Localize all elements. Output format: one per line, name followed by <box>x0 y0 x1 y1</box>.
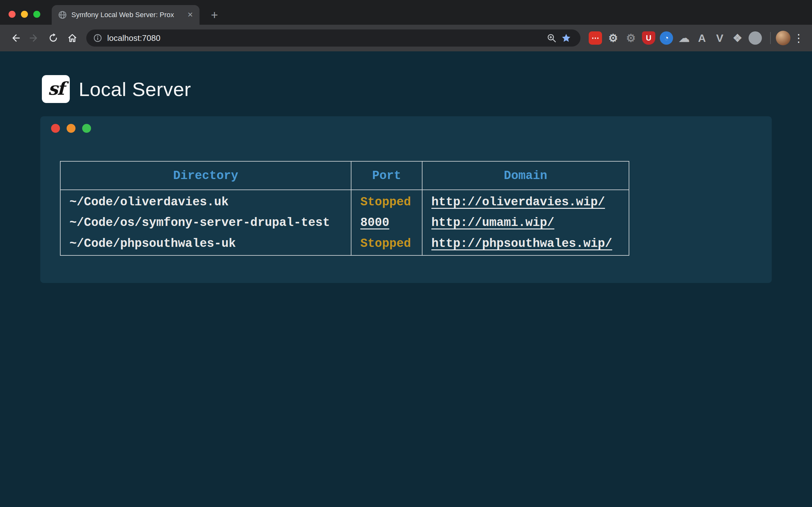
minimize-window-button[interactable] <box>21 11 28 18</box>
browser-toolbar: localhost:7080 ⋯⚙⚙U◔☁AV❖ ⋮ <box>0 25 812 51</box>
extensions-bar: ⋯⚙⚙U◔☁AV❖ <box>589 32 762 45</box>
browser-menu-button[interactable]: ⋮ <box>792 29 806 47</box>
back-button[interactable] <box>6 29 24 47</box>
traffic-lights <box>9 11 40 18</box>
domain-cell: http://oliverdavies.wip/ <box>422 190 629 212</box>
table-row: ~/Code/os/symfony-server-drupal-test8000… <box>60 212 629 233</box>
table-row: ~/Code/phpsouthwales-ukStoppedhttp://php… <box>60 233 629 256</box>
card-dot-0 <box>51 124 60 133</box>
port-status: Stopped <box>360 237 411 250</box>
tab-close-icon[interactable]: ✕ <box>188 11 193 18</box>
bookmark-star-icon <box>561 33 571 43</box>
address-bar[interactable]: localhost:7080 <box>86 30 580 47</box>
server-card: Directory Port Domain ~/Code/oliverdavie… <box>40 116 772 283</box>
red-dots-extension-icon[interactable]: ⋯ <box>589 32 602 45</box>
a-extension-icon[interactable]: A <box>695 32 709 45</box>
domain-link[interactable]: http://umami.wip/ <box>432 216 554 229</box>
port-cell: Stopped <box>351 233 422 256</box>
reload-icon <box>48 33 59 43</box>
url-text[interactable]: localhost:7080 <box>107 33 160 43</box>
zoom-button[interactable] <box>544 31 559 45</box>
profile-avatar[interactable] <box>776 31 791 45</box>
zoom-window-button[interactable] <box>33 11 40 18</box>
proxy-table: Directory Port Domain ~/Code/oliverdavie… <box>60 161 629 256</box>
misc-extension-icon[interactable]: ❖ <box>731 32 744 45</box>
tab-strip: Symfony Local Web Server: Prox ✕ + <box>0 0 812 25</box>
cloud-extension-icon[interactable]: ☁ <box>677 32 691 45</box>
domain-link[interactable]: http://phpsouthwales.wip/ <box>432 237 612 250</box>
table-row: ~/Code/oliverdavies.ukStoppedhttp://oliv… <box>60 190 629 212</box>
port-cell: Stopped <box>351 190 422 212</box>
brand-header: sf Local Server <box>42 75 191 103</box>
card-dot-2 <box>82 124 91 133</box>
new-tab-button[interactable]: + <box>207 7 222 22</box>
symfony-logo-text: sf <box>48 78 64 99</box>
port-header: Port <box>351 161 422 190</box>
card-dots <box>51 124 91 133</box>
ublock-extension-icon[interactable]: U <box>642 32 655 45</box>
domain-cell: http://phpsouthwales.wip/ <box>422 233 629 256</box>
directory-cell: ~/Code/phpsouthwales-uk <box>60 233 351 256</box>
directory-cell: ~/Code/oliverdavies.uk <box>60 190 351 212</box>
blue-circle-extension-icon[interactable]: ◔ <box>660 32 673 45</box>
port-cell: 8000 <box>351 212 422 233</box>
port-link[interactable]: 8000 <box>360 216 389 229</box>
active-tab[interactable]: Symfony Local Web Server: Prox ✕ <box>52 5 200 25</box>
table-header-row: Directory Port Domain <box>60 161 629 190</box>
github-extension-icon[interactable] <box>749 32 762 45</box>
gear-dark-extension-icon[interactable]: ⚙ <box>624 32 638 45</box>
globe-favicon-icon <box>58 10 67 19</box>
forward-arrow-icon <box>29 33 40 43</box>
reload-button[interactable] <box>44 29 62 47</box>
proxy-table-body: ~/Code/oliverdavies.ukStoppedhttp://oliv… <box>60 190 629 256</box>
domain-link[interactable]: http://oliverdavies.wip/ <box>432 195 605 209</box>
home-icon <box>67 33 78 43</box>
close-window-button[interactable] <box>9 11 15 18</box>
forward-button[interactable] <box>26 29 43 47</box>
tab-title: Symfony Local Web Server: Prox <box>71 11 184 19</box>
home-button[interactable] <box>63 29 81 47</box>
bookmark-button[interactable] <box>559 31 573 45</box>
directory-cell: ~/Code/os/symfony-server-drupal-test <box>60 212 351 233</box>
card-dot-1 <box>67 124 75 133</box>
proxy-table-wrap: Directory Port Domain ~/Code/oliverdavie… <box>60 161 629 256</box>
back-arrow-icon <box>10 33 20 43</box>
page-title: Local Server <box>79 78 191 101</box>
v-extension-icon[interactable]: V <box>713 32 726 45</box>
page-content: sf Local Server Directory Port Domain ~/… <box>0 51 812 507</box>
gear-light-extension-icon[interactable]: ⚙ <box>606 32 620 45</box>
port-status: Stopped <box>360 195 411 209</box>
directory-header: Directory <box>60 161 351 190</box>
toolbar-divider <box>770 32 771 44</box>
zoom-magnifier-icon <box>547 33 556 43</box>
domain-cell: http://umami.wip/ <box>422 212 629 233</box>
domain-header: Domain <box>422 161 629 190</box>
site-info-icon[interactable] <box>93 34 102 43</box>
symfony-logo: sf <box>42 75 70 103</box>
